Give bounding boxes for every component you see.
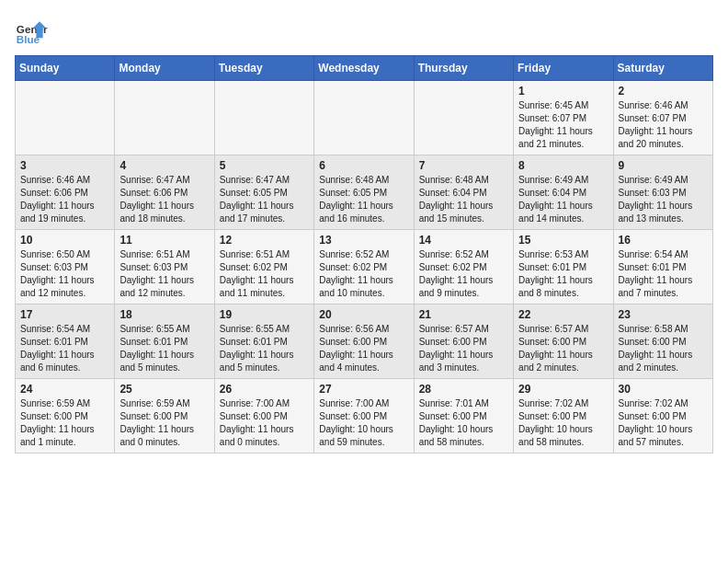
day-number: 23 (619, 308, 708, 321)
header-monday: Monday (115, 56, 214, 81)
header-friday: Friday (514, 56, 613, 81)
day-content: Sunrise: 6:47 AM Sunset: 6:05 PM Dayligh… (220, 174, 309, 225)
day-number: 20 (319, 308, 408, 321)
day-content: Sunrise: 6:58 AM Sunset: 6:00 PM Dayligh… (619, 323, 708, 374)
day-content: Sunrise: 6:52 AM Sunset: 6:02 PM Dayligh… (319, 248, 408, 300)
calendar-cell: 18Sunrise: 6:55 AM Sunset: 6:01 PM Dayli… (115, 304, 214, 379)
day-number: 27 (319, 383, 408, 396)
calendar-week-row: 10Sunrise: 6:50 AM Sunset: 6:03 PM Dayli… (16, 230, 713, 304)
day-content: Sunrise: 6:55 AM Sunset: 6:01 PM Dayligh… (119, 323, 209, 374)
day-number: 4 (119, 159, 209, 172)
day-number: 10 (20, 234, 109, 247)
calendar-cell: 11Sunrise: 6:51 AM Sunset: 6:03 PM Dayli… (115, 230, 214, 304)
day-number: 8 (518, 159, 608, 172)
day-content: Sunrise: 6:48 AM Sunset: 6:05 PM Dayligh… (319, 174, 408, 225)
calendar-cell (314, 81, 414, 155)
calendar-cell (115, 81, 214, 155)
calendar-cell: 17Sunrise: 6:54 AM Sunset: 6:01 PM Dayli… (16, 304, 115, 379)
calendar-cell: 1Sunrise: 6:45 AM Sunset: 6:07 PM Daylig… (514, 81, 613, 155)
day-number: 22 (518, 308, 608, 321)
day-number: 19 (220, 308, 309, 321)
day-content: Sunrise: 6:47 AM Sunset: 6:06 PM Dayligh… (119, 174, 209, 225)
calendar-cell: 26Sunrise: 7:00 AM Sunset: 6:00 PM Dayli… (214, 379, 313, 454)
day-content: Sunrise: 7:02 AM Sunset: 6:00 PM Dayligh… (518, 397, 608, 449)
day-content: Sunrise: 6:54 AM Sunset: 6:01 PM Dayligh… (20, 323, 109, 374)
day-content: Sunrise: 6:46 AM Sunset: 6:07 PM Dayligh… (619, 99, 708, 151)
day-number: 15 (518, 234, 608, 247)
day-number: 26 (220, 383, 309, 396)
calendar-table: SundayMondayTuesdayWednesdayThursdayFrid… (15, 55, 713, 454)
page-header: General Blue (15, 15, 713, 48)
day-content: Sunrise: 6:51 AM Sunset: 6:02 PM Dayligh… (220, 248, 309, 300)
header-tuesday: Tuesday (214, 56, 313, 81)
calendar-week-row: 24Sunrise: 6:59 AM Sunset: 6:00 PM Dayli… (16, 379, 713, 454)
calendar-cell: 30Sunrise: 7:02 AM Sunset: 6:00 PM Dayli… (613, 379, 712, 454)
day-number: 11 (119, 234, 209, 247)
day-number: 2 (619, 85, 708, 98)
calendar-cell: 12Sunrise: 6:51 AM Sunset: 6:02 PM Dayli… (214, 230, 313, 304)
day-number: 17 (20, 308, 109, 321)
day-number: 24 (20, 383, 109, 396)
day-content: Sunrise: 6:55 AM Sunset: 6:01 PM Dayligh… (220, 323, 309, 374)
calendar-cell: 7Sunrise: 6:48 AM Sunset: 6:04 PM Daylig… (414, 155, 513, 230)
day-content: Sunrise: 6:49 AM Sunset: 6:04 PM Dayligh… (518, 174, 608, 225)
calendar-week-row: 17Sunrise: 6:54 AM Sunset: 6:01 PM Dayli… (16, 304, 713, 379)
calendar-cell: 8Sunrise: 6:49 AM Sunset: 6:04 PM Daylig… (514, 155, 613, 230)
calendar-cell: 24Sunrise: 6:59 AM Sunset: 6:00 PM Dayli… (16, 379, 115, 454)
day-content: Sunrise: 6:57 AM Sunset: 6:00 PM Dayligh… (419, 323, 508, 374)
calendar-cell: 16Sunrise: 6:54 AM Sunset: 6:01 PM Dayli… (613, 230, 712, 304)
day-content: Sunrise: 6:52 AM Sunset: 6:02 PM Dayligh… (419, 248, 508, 300)
calendar-week-row: 1Sunrise: 6:45 AM Sunset: 6:07 PM Daylig… (16, 81, 713, 155)
calendar-cell: 6Sunrise: 6:48 AM Sunset: 6:05 PM Daylig… (314, 155, 414, 230)
day-content: Sunrise: 6:57 AM Sunset: 6:00 PM Dayligh… (518, 323, 608, 374)
calendar-cell: 9Sunrise: 6:49 AM Sunset: 6:03 PM Daylig… (613, 155, 712, 230)
calendar-cell: 28Sunrise: 7:01 AM Sunset: 6:00 PM Dayli… (414, 379, 513, 454)
day-number: 1 (518, 85, 608, 98)
day-number: 21 (419, 308, 508, 321)
header-sunday: Sunday (16, 56, 115, 81)
calendar-cell (16, 81, 115, 155)
day-number: 13 (319, 234, 408, 247)
calendar-cell: 10Sunrise: 6:50 AM Sunset: 6:03 PM Dayli… (16, 230, 115, 304)
calendar-cell (414, 81, 513, 155)
calendar-cell: 25Sunrise: 6:59 AM Sunset: 6:00 PM Dayli… (115, 379, 214, 454)
day-content: Sunrise: 6:59 AM Sunset: 6:00 PM Dayligh… (119, 397, 209, 449)
day-number: 6 (319, 159, 408, 172)
calendar-cell: 14Sunrise: 6:52 AM Sunset: 6:02 PM Dayli… (414, 230, 513, 304)
day-number: 29 (518, 383, 608, 396)
header-thursday: Thursday (414, 56, 513, 81)
header-saturday: Saturday (613, 56, 712, 81)
day-number: 28 (419, 383, 508, 396)
calendar-header-row: SundayMondayTuesdayWednesdayThursdayFrid… (16, 56, 713, 81)
day-number: 14 (419, 234, 508, 247)
calendar-cell: 15Sunrise: 6:53 AM Sunset: 6:01 PM Dayli… (514, 230, 613, 304)
logo: General Blue (15, 15, 48, 48)
day-number: 16 (619, 234, 708, 247)
calendar-cell: 23Sunrise: 6:58 AM Sunset: 6:00 PM Dayli… (613, 304, 712, 379)
day-number: 5 (220, 159, 309, 172)
day-content: Sunrise: 7:02 AM Sunset: 6:00 PM Dayligh… (619, 397, 708, 449)
day-content: Sunrise: 6:59 AM Sunset: 6:00 PM Dayligh… (20, 397, 109, 449)
calendar-cell: 19Sunrise: 6:55 AM Sunset: 6:01 PM Dayli… (214, 304, 313, 379)
day-number: 9 (619, 159, 708, 172)
day-number: 25 (119, 383, 209, 396)
calendar-cell (214, 81, 313, 155)
calendar-cell: 20Sunrise: 6:56 AM Sunset: 6:00 PM Dayli… (314, 304, 414, 379)
day-content: Sunrise: 6:51 AM Sunset: 6:03 PM Dayligh… (119, 248, 209, 300)
day-content: Sunrise: 6:56 AM Sunset: 6:00 PM Dayligh… (319, 323, 408, 374)
day-number: 12 (220, 234, 309, 247)
calendar-cell: 21Sunrise: 6:57 AM Sunset: 6:00 PM Dayli… (414, 304, 513, 379)
day-number: 3 (20, 159, 109, 172)
day-content: Sunrise: 6:46 AM Sunset: 6:06 PM Dayligh… (20, 174, 109, 225)
calendar-cell: 2Sunrise: 6:46 AM Sunset: 6:07 PM Daylig… (613, 81, 712, 155)
calendar-cell: 22Sunrise: 6:57 AM Sunset: 6:00 PM Dayli… (514, 304, 613, 379)
day-number: 7 (419, 159, 508, 172)
day-content: Sunrise: 6:54 AM Sunset: 6:01 PM Dayligh… (619, 248, 708, 300)
day-content: Sunrise: 7:01 AM Sunset: 6:00 PM Dayligh… (419, 397, 508, 449)
day-content: Sunrise: 6:48 AM Sunset: 6:04 PM Dayligh… (419, 174, 508, 225)
day-content: Sunrise: 7:00 AM Sunset: 6:00 PM Dayligh… (220, 397, 309, 449)
header-wednesday: Wednesday (314, 56, 414, 81)
calendar-week-row: 3Sunrise: 6:46 AM Sunset: 6:06 PM Daylig… (16, 155, 713, 230)
day-content: Sunrise: 6:53 AM Sunset: 6:01 PM Dayligh… (518, 248, 608, 300)
calendar-cell: 3Sunrise: 6:46 AM Sunset: 6:06 PM Daylig… (16, 155, 115, 230)
